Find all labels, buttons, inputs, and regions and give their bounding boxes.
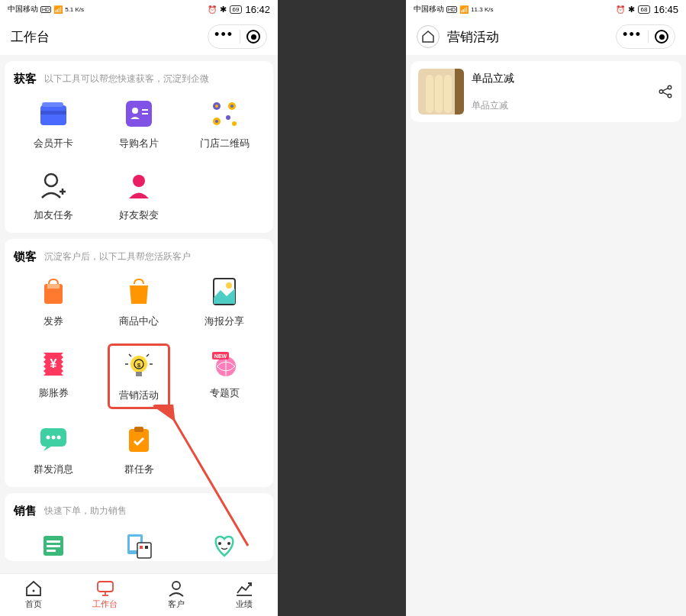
svg-rect-47: [145, 546, 148, 549]
highlight-box: $ 营销活动: [108, 343, 170, 409]
svg-line-28: [129, 354, 131, 356]
qrcode-icon: [209, 98, 240, 129]
section-subtitle: 快速下单，助力销售: [44, 505, 127, 518]
image-icon: [209, 276, 240, 307]
tool-label: 门店二维码: [200, 137, 250, 150]
customer-acquire-card: 获客 以下工具可以帮您快速获客，沉淀到企微 会员开卡 导购名片: [5, 61, 273, 233]
tool-label: 导购名片: [119, 137, 159, 150]
receipt-icon: [38, 531, 69, 561]
bag-icon: [38, 276, 69, 307]
tool-guide-card[interactable]: 导购名片: [99, 98, 179, 150]
tool-group-message[interactable]: 群发消息: [14, 424, 93, 476]
user-pink-icon: [124, 170, 154, 201]
svg-point-10: [230, 105, 233, 108]
svg-rect-1: [40, 111, 66, 114]
badge-icon: [124, 98, 154, 129]
page-title: 营销活动: [447, 28, 499, 46]
battery-icon: 68: [638, 5, 651, 14]
tool-label: 海报分享: [205, 314, 244, 328]
nav-customer[interactable]: 客户: [167, 580, 185, 610]
svg-point-36: [57, 436, 61, 440]
close-icon[interactable]: [246, 30, 260, 44]
tool-label: 专题页: [210, 386, 240, 400]
share-icon[interactable]: [657, 83, 674, 100]
tool-member-card[interactable]: 会员开卡: [14, 98, 93, 150]
hd-badge: HD: [446, 6, 457, 13]
page-title: 工作台: [11, 28, 50, 46]
nav-performance[interactable]: 业绩: [235, 580, 253, 610]
tool-add-friend-task[interactable]: 加友任务: [14, 170, 93, 222]
svg-point-12: [215, 120, 218, 123]
tool-label: 营销活动: [119, 389, 159, 402]
activity-thumbnail: [418, 69, 464, 114]
bag-orange-icon: [124, 276, 154, 307]
svg-rect-51: [98, 582, 113, 592]
svg-point-15: [45, 174, 57, 186]
svg-point-20: [226, 282, 232, 289]
svg-point-8: [215, 105, 218, 108]
scroll-area[interactable]: 获客 以下工具可以帮您快速获客，沉淀到企微 会员开卡 导购名片: [0, 55, 278, 573]
tool-product-center[interactable]: 商品中心: [99, 276, 179, 328]
miniprogram-controls[interactable]: •••: [616, 24, 675, 49]
tool-sales-3[interactable]: [185, 531, 264, 561]
signal-icon: 📶: [459, 5, 469, 14]
section-subtitle: 沉淀客户后，以下工具帮您活跃客户: [44, 250, 191, 263]
card-icon: [38, 98, 69, 129]
svg-rect-45: [137, 543, 151, 558]
hd-badge: HD: [40, 6, 51, 13]
speed-label: 11.3 K/s: [471, 6, 493, 13]
activity-item[interactable]: 单品立减 单品立减: [411, 61, 681, 122]
svg-point-49: [227, 542, 230, 545]
section-title: 锁客: [14, 250, 37, 264]
right-screen: 中国移动 HD 📶 11.3 K/s ⏰ ✱ 68 16:45 营销活动 •••: [406, 0, 686, 616]
close-icon[interactable]: [655, 30, 668, 44]
tool-topic-page[interactable]: NEW 专题页: [185, 348, 264, 405]
activity-title: 单品立减: [472, 72, 649, 85]
section-subtitle: 以下工具可以帮您快速获客，沉淀到企微: [44, 73, 209, 85]
tool-coupon[interactable]: 发券: [14, 276, 93, 328]
status-bar: 中国移动 HD 📶 5.1 K/s ⏰ ✱ 69 16:42: [0, 0, 278, 18]
svg-point-13: [226, 115, 230, 120]
tool-group-task[interactable]: 群任务: [99, 424, 179, 476]
user-icon: [167, 580, 185, 597]
chart-icon: [235, 580, 253, 597]
scan-phone-icon: [124, 531, 154, 561]
section-title: 销售: [14, 504, 37, 518]
svg-point-16: [133, 175, 145, 187]
svg-rect-18: [47, 284, 60, 289]
customer-lock-card: 锁客 沉淀客户后，以下工具帮您活跃客户 发券 商品中心 海报分享 ¥: [5, 239, 273, 487]
tool-label: 加友任务: [34, 208, 73, 222]
nav-label: 业绩: [236, 598, 253, 610]
svg-rect-5: [142, 109, 148, 111]
bluetooth-icon: ✱: [628, 5, 635, 15]
time-label: 16:42: [245, 4, 270, 15]
svg-rect-46: [140, 546, 143, 549]
activity-desc: 单品立减: [472, 99, 649, 112]
svg-rect-40: [47, 540, 60, 543]
nav-home[interactable]: 首页: [24, 580, 43, 610]
tool-friend-fission[interactable]: 好友裂变: [99, 170, 179, 222]
time-label: 16:45: [653, 4, 678, 15]
tool-sales-1[interactable]: [14, 531, 93, 561]
tool-poster-share[interactable]: 海报分享: [185, 276, 264, 328]
clipboard-icon: [124, 424, 154, 455]
tool-label: 膨胀券: [39, 386, 69, 400]
nav-workbench[interactable]: 工作台: [92, 580, 118, 610]
home-button[interactable]: [417, 25, 440, 48]
ticket-icon: ¥: [38, 348, 69, 379]
svg-point-35: [52, 436, 56, 440]
miniprogram-controls[interactable]: •••: [208, 24, 267, 49]
tool-inflate-coupon[interactable]: ¥ 膨胀券: [14, 348, 93, 405]
tool-store-qrcode[interactable]: 门店二维码: [185, 98, 264, 150]
more-icon[interactable]: •••: [214, 27, 233, 43]
more-icon[interactable]: •••: [623, 27, 642, 43]
alarm-icon: ⏰: [616, 5, 625, 14]
battery-icon: 69: [230, 5, 243, 14]
tool-marketing-activity[interactable]: $ 营销活动: [99, 348, 179, 405]
home-icon: [421, 31, 435, 43]
svg-point-34: [47, 436, 50, 440]
tool-label: 商品中心: [119, 314, 159, 328]
svg-rect-42: [47, 550, 56, 552]
svg-text:NEW: NEW: [214, 353, 227, 359]
tool-sales-2[interactable]: [99, 531, 179, 561]
